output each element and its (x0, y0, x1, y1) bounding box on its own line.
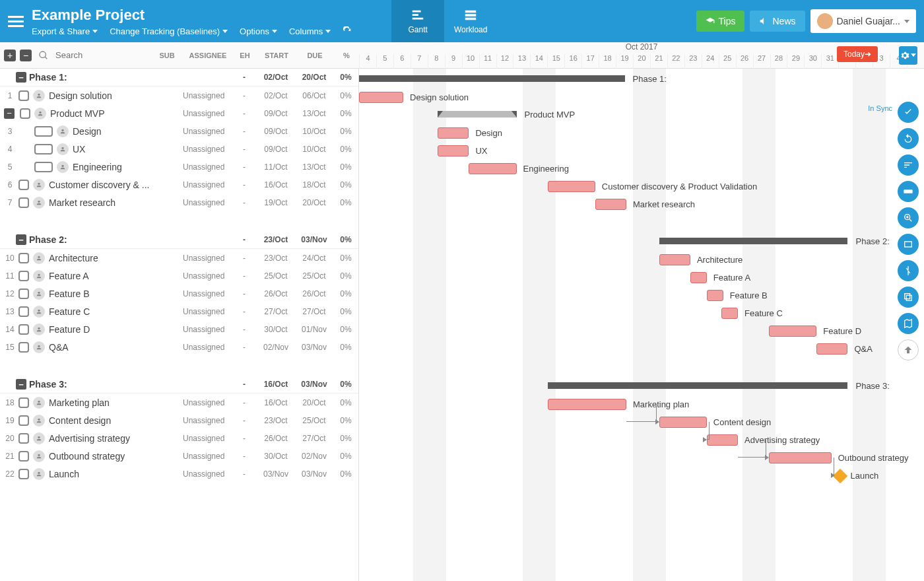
phase-row[interactable]: − Phase 2: - 23/Oct 03/Nov 0% (0, 231, 358, 249)
copy-tool[interactable] (898, 287, 919, 308)
task-bar[interactable] (707, 434, 738, 446)
task-checkbox[interactable] (18, 397, 29, 408)
task-bar[interactable] (816, 343, 847, 355)
task-checkbox[interactable] (18, 271, 29, 281)
col-start[interactable]: START (257, 51, 296, 59)
task-bar[interactable] (769, 325, 816, 337)
task-bar[interactable] (595, 199, 626, 210)
task-row[interactable]: 11 Feature A Unassigned - 25/Oct 25/Oct … (0, 267, 358, 285)
scroll-top-tool[interactable] (898, 339, 919, 360)
task-bar[interactable] (690, 272, 707, 283)
assignee-icon[interactable] (33, 468, 45, 480)
news-button[interactable]: News (750, 11, 805, 32)
task-row[interactable]: 3 Design Unassigned - 09/Oct 10/Oct 0% (0, 122, 358, 140)
menu-icon[interactable] (8, 13, 24, 29)
task-checkbox[interactable] (18, 90, 29, 101)
tab-gantt[interactable]: Gantt (391, 0, 444, 42)
task-row[interactable]: 10 Architecture Unassigned - 23/Oct 24/O… (0, 249, 358, 267)
task-row[interactable]: 13 Feature C Unassigned - 27/Oct 27/Oct … (0, 302, 358, 320)
collapse-icon[interactable]: − (16, 72, 26, 83)
task-row[interactable]: 21 Outbound strategy Unassigned - 30/Oct… (0, 447, 358, 465)
assignee-icon[interactable] (34, 108, 46, 120)
task-row[interactable]: 4 UX Unassigned - 09/Oct 10/Oct 0% (0, 140, 358, 158)
task-checkbox[interactable] (18, 469, 29, 479)
expand-all-button[interactable]: + (4, 50, 16, 61)
col-assignee[interactable]: ASSIGNEE (183, 51, 232, 59)
link-tool[interactable] (898, 260, 919, 281)
task-bar[interactable] (769, 452, 831, 463)
phase-bar[interactable] (659, 238, 848, 244)
phase-bar[interactable] (548, 382, 848, 389)
assignee-icon[interactable] (33, 197, 45, 209)
task-row[interactable]: 18 Marketing plan Unassigned - 16/Oct 20… (0, 393, 358, 411)
search-input[interactable] (53, 48, 132, 63)
task-row[interactable]: 15 Q&A Unassigned - 02/Nov 03/Nov 0% (0, 338, 358, 356)
sort-tool[interactable] (898, 154, 919, 176)
task-checkbox[interactable] (34, 126, 53, 137)
task-row[interactable]: 5 Engineering Unassigned - 11/Oct 13/Oct… (0, 158, 358, 176)
assignee-icon[interactable] (33, 270, 45, 282)
task-checkbox[interactable] (18, 289, 29, 299)
fit-tool[interactable] (898, 234, 919, 255)
assignee-icon[interactable] (33, 341, 45, 353)
assignee-icon[interactable] (33, 415, 45, 427)
task-checkbox[interactable] (18, 342, 29, 353)
undo-tool[interactable] (898, 128, 919, 149)
task-bar[interactable] (659, 417, 707, 428)
task-bar[interactable] (548, 399, 626, 410)
task-row[interactable]: 12 Feature B Unassigned - 26/Oct 26/Oct … (0, 285, 358, 302)
task-row[interactable]: 6 Customer discovery & ... Unassigned - … (0, 176, 358, 193)
task-checkbox[interactable] (18, 415, 29, 426)
assignee-icon[interactable] (33, 432, 45, 444)
task-checkbox[interactable] (34, 162, 53, 172)
phase-row[interactable]: − Phase 3: - 16/Oct 03/Nov 0% (0, 376, 358, 393)
task-bar[interactable] (659, 254, 690, 265)
collapse-icon[interactable]: − (16, 379, 26, 390)
task-bar[interactable] (469, 163, 516, 174)
col-pct[interactable]: % (334, 51, 359, 59)
task-bar[interactable] (548, 181, 595, 192)
task-bar[interactable] (359, 92, 403, 103)
menu-export-share[interactable]: Export & Share (32, 26, 98, 36)
ruler-tool[interactable] (898, 181, 919, 202)
settings-button[interactable] (899, 46, 917, 65)
task-checkbox[interactable] (18, 451, 29, 461)
assignee-icon[interactable] (33, 306, 45, 318)
col-due[interactable]: DUE (296, 51, 334, 59)
task-row[interactable]: 7 Market research Unassigned - 19/Oct 20… (0, 193, 358, 211)
assignee-icon[interactable] (57, 125, 69, 137)
assignee-icon[interactable] (33, 324, 45, 335)
tips-button[interactable]: Tips (696, 11, 745, 32)
task-checkbox[interactable] (18, 253, 29, 263)
task-row[interactable]: 1 Design solution Unassigned - 02/Oct 06… (0, 86, 358, 104)
menu-options[interactable]: Options (240, 26, 277, 36)
menu-columns[interactable]: Columns (289, 26, 331, 36)
milestone[interactable] (832, 469, 847, 484)
tab-workload[interactable]: Workload (444, 0, 497, 42)
collapse-icon[interactable]: − (16, 234, 26, 245)
refresh-button[interactable] (343, 26, 352, 36)
assignee-icon[interactable] (33, 450, 45, 462)
task-bar[interactable] (721, 308, 738, 319)
task-row[interactable]: − Product MVP Unassigned - 09/Oct 13/Oct… (0, 104, 358, 122)
phase-row[interactable]: − Phase 1: - 02/Oct 20/Oct 0% (0, 69, 358, 86)
task-checkbox[interactable] (18, 197, 29, 208)
task-checkbox[interactable] (18, 324, 29, 335)
task-checkbox[interactable] (34, 144, 53, 154)
phase-bar[interactable] (359, 75, 625, 82)
task-row[interactable]: 14 Feature D Unassigned - 30/Oct 01/Nov … (0, 320, 358, 338)
task-row[interactable]: 22 Launch Unassigned - 03/Nov 03/Nov 0% (0, 465, 358, 483)
assignee-icon[interactable] (57, 161, 69, 173)
task-checkbox[interactable] (18, 433, 29, 444)
sub-phase-bar[interactable] (438, 111, 516, 118)
gantt-chart[interactable]: Phase 1:Design solutionProduct MVPDesign… (359, 69, 924, 581)
assignee-icon[interactable] (33, 397, 45, 409)
user-menu[interactable]: Daniel Guajar... (810, 9, 917, 33)
task-checkbox[interactable] (20, 108, 30, 119)
assignee-icon[interactable] (33, 90, 45, 102)
task-bar[interactable] (438, 127, 469, 139)
zoom-tool[interactable] (898, 207, 919, 228)
assignee-icon[interactable] (33, 288, 45, 300)
collapse-all-button[interactable]: − (20, 50, 32, 61)
collapse-icon[interactable]: − (4, 108, 15, 119)
